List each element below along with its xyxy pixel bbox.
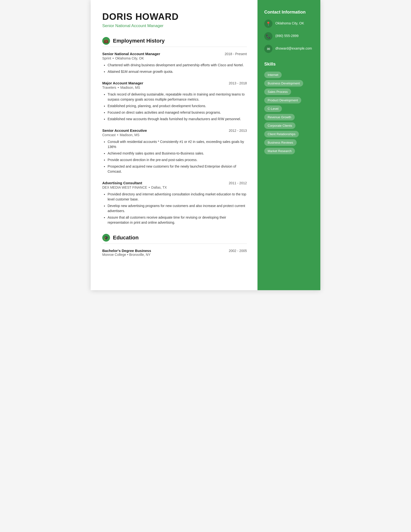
right-panel: Contact Information 📍 Oklahoma City, OK … (257, 0, 320, 290)
edu-dates-1: 2002 - 2005 (229, 249, 247, 253)
job-company-3: Comcast•Madison, MS (102, 133, 247, 137)
bullet: Focused on direct sales activities and m… (108, 110, 247, 115)
education-header: 🎓 Education (102, 234, 247, 244)
job-block-4: Advertising Consultant 2011 - 2012 DEX M… (102, 181, 247, 225)
job-company-2: Travelers•Madison, MS (102, 86, 247, 89)
bullet: Established new accounts through leads f… (108, 116, 247, 122)
bullet: Attained $1M annual revenue growth quota… (108, 69, 247, 74)
job-company-1: Sprint•Oklahoma City, OK (102, 56, 247, 60)
contact-location-text: Oklahoma City, OK (275, 19, 304, 26)
bullet: Prospected and acquired new customers fo… (108, 164, 247, 174)
skill-pill-6: Corporate Clients (264, 122, 295, 129)
job-block-2: Major Account Manager 2013 - 2018 Travel… (102, 81, 247, 122)
skill-pill-8: Business Reviews (264, 139, 297, 146)
job-header-4: Advertising Consultant 2011 - 2012 (102, 181, 247, 185)
contact-phone: 📞 (890) 555-2899 (264, 32, 314, 40)
edu-degree-1: Bachelor's Degree Business (102, 249, 151, 253)
job-title-4: Advertising Consultant (102, 181, 142, 185)
skills-section: Skills Internet Business Development Sal… (264, 62, 314, 156)
contact-phone-text: (890) 555-2899 (275, 32, 299, 38)
bullet: Achieved monthly sales quotes and Busine… (108, 151, 247, 156)
job-block-1: Senior National Account Manager 2018 - P… (102, 52, 247, 74)
skill-pill-0: Internet (264, 72, 282, 78)
skill-pill-1: Business Development (264, 80, 303, 86)
edu-header-1: Bachelor's Degree Business 2002 - 2005 (102, 249, 247, 253)
bullet: Chartered with driving business developm… (108, 63, 247, 68)
job-dates-1: 2018 - Present (224, 52, 247, 56)
candidate-name: DORIS HOWARD (102, 12, 247, 22)
contact-section: Contact Information 📍 Oklahoma City, OK … (264, 10, 314, 53)
education-icon: 🎓 (102, 234, 110, 242)
employment-section: 💼 Employment History Senior National Acc… (102, 37, 247, 225)
bullet: Consult with residential accounts * Cons… (108, 139, 247, 150)
bullet: Provided directory and internet advertis… (108, 192, 247, 202)
skill-pill-5: Revenue Growth (264, 114, 295, 120)
job-header-2: Major Account Manager 2013 - 2018 (102, 81, 247, 85)
contact-email-text: dhoward@example.com (275, 45, 312, 51)
job-dates-3: 2012 - 2013 (229, 129, 247, 133)
bullet: Track record of delivering sustainable, … (108, 92, 247, 102)
job-dates-2: 2013 - 2018 (229, 81, 247, 85)
skills-section-title: Skills (264, 62, 314, 67)
job-header-1: Senior National Account Manager 2018 - P… (102, 52, 247, 56)
job-bullets-1: Chartered with driving business developm… (102, 63, 247, 74)
skill-pill-4: C-Level (264, 105, 282, 112)
employment-header: 💼 Employment History (102, 37, 247, 47)
candidate-title: Senior National Account Manager (102, 23, 247, 28)
contact-section-title: Contact Information (264, 10, 314, 15)
edu-school-1: Monroe College • Bronxville, NY (102, 253, 247, 256)
location-icon: 📍 (264, 19, 272, 28)
job-title-3: Senior Account Executive (102, 128, 147, 133)
education-section-title: Education (113, 235, 139, 241)
edu-block-1: Bachelor's Degree Business 2002 - 2005 M… (102, 249, 247, 256)
job-title-2: Major Account Manager (102, 81, 143, 85)
job-bullets-2: Track record of delivering sustainable, … (102, 92, 247, 122)
job-bullets-3: Consult with residential accounts * Cons… (102, 139, 247, 174)
contact-email: ✉ dhoward@example.com (264, 45, 314, 53)
job-block-3: Senior Account Executive 2012 - 2013 Com… (102, 128, 247, 174)
bullet: Established pricing, planning, and produ… (108, 104, 247, 109)
job-bullets-4: Provided directory and internet advertis… (102, 192, 247, 225)
employment-icon: 💼 (102, 37, 110, 45)
skill-pill-7: Client Relationships (264, 131, 299, 137)
job-dates-4: 2011 - 2012 (229, 181, 247, 185)
bullet: Provide account direction in the pre-and… (108, 157, 247, 162)
phone-icon: 📞 (264, 32, 272, 40)
left-panel: DORIS HOWARD Senior National Account Man… (91, 0, 257, 290)
bullet: Develop new advertising programs for new… (108, 203, 247, 214)
bullet: Assure that all customers receive adequa… (108, 215, 247, 225)
email-icon: ✉ (264, 45, 272, 53)
job-header-3: Senior Account Executive 2012 - 2013 (102, 128, 247, 133)
employment-section-title: Employment History (113, 38, 165, 44)
job-title-1: Senior National Account Manager (102, 52, 160, 56)
skill-pill-2: Sales Process (264, 88, 291, 95)
skill-pill-3: Product Development (264, 97, 301, 104)
contact-location: 📍 Oklahoma City, OK (264, 19, 314, 28)
skills-pills-container: Internet Business Development Sales Proc… (264, 72, 314, 156)
education-section: 🎓 Education Bachelor's Degree Business 2… (102, 234, 247, 256)
resume-container: DORIS HOWARD Senior National Account Man… (91, 0, 320, 290)
job-company-4: DEX MEDIA WEST FINANCE•Dallas, TX (102, 185, 247, 189)
skill-pill-9: Market Research (264, 148, 295, 154)
